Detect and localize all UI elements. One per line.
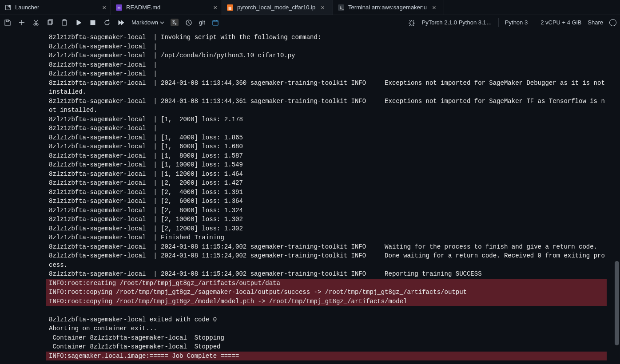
close-icon[interactable]: × (321, 4, 325, 11)
tab-label: pytorch_local_mode_cifar10.ip (237, 4, 315, 11)
svg-text:M: M (117, 5, 120, 10)
separator (534, 18, 534, 27)
close-icon[interactable]: × (102, 4, 106, 11)
launcher-icon (4, 4, 12, 11)
copy-button[interactable] (46, 19, 54, 27)
paste-button[interactable] (60, 19, 68, 27)
bug-icon[interactable] (408, 19, 416, 27)
terminal-icon: $_ (338, 4, 345, 11)
toolbar: Markdown $▸ git PyTorch 2.1.0 Python 3.1… (0, 15, 620, 30)
cell-type-label: Markdown (131, 19, 158, 26)
fast-forward-button[interactable] (117, 19, 125, 27)
tab-label: Launcher (15, 4, 39, 11)
cut-button[interactable] (32, 19, 40, 27)
tab-launcher[interactable]: Launcher × (0, 0, 111, 15)
tab-bar: Launcher × M README.md × ▦ pytorch_local… (0, 0, 620, 15)
markdown-file-icon: M (115, 4, 123, 11)
save-button[interactable] (4, 19, 12, 27)
history-button[interactable] (185, 19, 193, 27)
svg-rect-16 (213, 20, 218, 25)
tab-label: README.md (126, 4, 160, 11)
kernel-name-label[interactable]: Python 3 (505, 19, 528, 26)
svg-text:▦: ▦ (228, 6, 232, 10)
chevron-down-icon (160, 20, 164, 25)
kernel-image-label[interactable]: PyTorch 2.1.0 Python 3.1… (422, 19, 492, 26)
instance-type-label[interactable]: 2 vCPU + 4 GiB (541, 19, 581, 26)
svg-rect-14 (91, 20, 95, 25)
svg-text:$_: $_ (340, 5, 344, 9)
scrollbar-thumb[interactable] (615, 261, 619, 345)
stop-button[interactable] (89, 19, 97, 27)
share-button[interactable]: Share (588, 19, 603, 26)
close-icon[interactable]: × (213, 4, 217, 11)
calendar-icon[interactable] (211, 19, 219, 27)
run-button[interactable] (75, 19, 83, 27)
insert-cell-button[interactable] (18, 19, 26, 27)
close-icon[interactable]: × (432, 4, 436, 11)
git-button[interactable]: git (199, 19, 205, 26)
tab-readme[interactable]: M README.md × (111, 0, 222, 15)
kernel-status-icon[interactable] (609, 19, 616, 26)
variable-inspector-button[interactable]: $▸ (171, 19, 179, 26)
cell-output: 8zlz1zbfta-sagemaker-local | Invoking sc… (0, 33, 620, 360)
notebook-file-icon: ▦ (227, 4, 234, 11)
restart-button[interactable] (103, 19, 111, 27)
svg-point-17 (410, 21, 413, 25)
tab-notebook[interactable]: ▦ pytorch_local_mode_cifar10.ip × (222, 0, 333, 15)
cell-type-dropdown[interactable]: Markdown (131, 19, 164, 26)
tab-terminal[interactable]: $_ Terminal arn:aws:sagemaker:u × (333, 0, 444, 15)
svg-rect-7 (6, 20, 8, 22)
separator (498, 18, 499, 27)
notebook-output-area[interactable]: 8zlz1zbfta-sagemaker-local | Invoking sc… (0, 30, 620, 364)
tab-label: Terminal arn:aws:sagemaker:u (348, 4, 427, 11)
